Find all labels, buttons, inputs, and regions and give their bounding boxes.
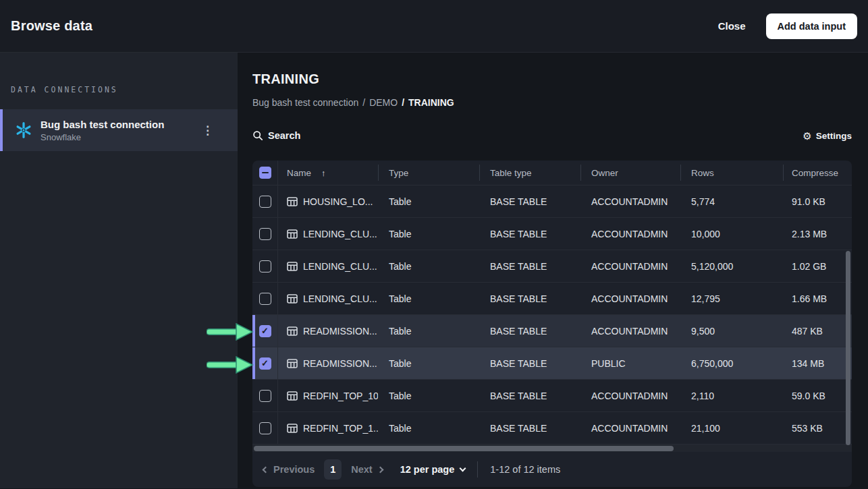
- row-checkbox[interactable]: [259, 260, 271, 272]
- row-count-cell: 21,100: [680, 412, 783, 444]
- row-checkbox[interactable]: [259, 390, 271, 402]
- table-type-cell: Table: [378, 412, 479, 444]
- column-header-type[interactable]: Type: [378, 161, 479, 185]
- table-row[interactable]: REDFIN_TOP_1... Table BASE TABLE ACCOUNT…: [252, 411, 852, 444]
- table-grid-icon: [287, 326, 298, 336]
- owner-cell: ACCOUNTADMIN: [580, 250, 680, 282]
- base-table-type-cell: BASE TABLE: [479, 412, 580, 444]
- schema-title: TRAINING: [252, 70, 852, 88]
- add-data-input-button[interactable]: Add data input: [766, 13, 858, 39]
- per-page-dropdown[interactable]: 12 per page: [400, 464, 466, 475]
- table-name: READMISSION...: [303, 358, 377, 369]
- breadcrumb-current: TRAINING: [408, 97, 454, 108]
- pagination-bar: Previous 1 Next 12 per page 1-12 of 12 i…: [252, 452, 852, 487]
- horizontal-scrollbar-thumb[interactable]: [254, 446, 674, 451]
- next-page-button[interactable]: Next: [351, 464, 382, 475]
- table-type-cell: Table: [378, 347, 479, 379]
- previous-page-button[interactable]: Previous: [263, 464, 315, 475]
- base-table-type-cell: BASE TABLE: [479, 185, 580, 217]
- table-type-cell: Table: [378, 315, 479, 347]
- owner-cell: ACCOUNTADMIN: [580, 380, 680, 411]
- row-checkbox[interactable]: [259, 357, 271, 370]
- vertical-scrollbar-thumb[interactable]: [846, 251, 850, 445]
- breadcrumb: Bug bash test connection/DEMO/TRAINING: [252, 96, 852, 109]
- sidebar-item-connection[interactable]: Bug bash test connection Snowflake ⋮: [0, 109, 238, 151]
- table-grid-icon: [287, 359, 298, 368]
- table-type-cell: Table: [378, 380, 479, 411]
- compressed-size-cell: 59.0 KB: [783, 380, 852, 411]
- owner-cell: PUBLIC: [580, 347, 680, 379]
- compressed-size-cell: 1.66 MB: [783, 283, 852, 314]
- table-row[interactable]: LENDING_CLU... Table BASE TABLE ACCOUNTA…: [252, 250, 852, 282]
- row-checkbox[interactable]: [259, 228, 271, 240]
- table-type-cell: Table: [378, 218, 479, 250]
- table-grid-icon: [287, 262, 298, 271]
- data-connections-label: DATA CONNECTIONS: [11, 85, 238, 94]
- table-name: READMISSION...: [303, 326, 377, 337]
- chevron-left-icon: [263, 466, 269, 473]
- items-count-label: 1-12 of 12 items: [490, 464, 560, 475]
- table-toolbar: Search ⚙ Settings: [252, 127, 852, 144]
- row-count-cell: 5,774: [680, 185, 783, 217]
- sort-ascending-icon: ↑: [321, 168, 326, 178]
- table-grid-icon: [287, 391, 298, 401]
- row-count-cell: 5,120,000: [680, 250, 783, 282]
- table-row[interactable]: READMISSION... Table BASE TABLE ACCOUNTA…: [252, 314, 852, 347]
- connection-type: Snowflake: [40, 132, 164, 142]
- table-row[interactable]: LENDING_CLU... Table BASE TABLE ACCOUNTA…: [252, 217, 852, 250]
- search-control[interactable]: Search: [252, 130, 300, 141]
- row-count-cell: 9,500: [680, 315, 783, 347]
- column-header-name[interactable]: Name ↑: [278, 161, 378, 185]
- row-count-cell: 10,000: [680, 218, 783, 250]
- row-checkbox[interactable]: [259, 325, 271, 337]
- owner-cell: ACCOUNTADMIN: [580, 283, 680, 314]
- snowflake-icon: [15, 121, 32, 139]
- table-row[interactable]: LENDING_CLU... Table BASE TABLE ACCOUNTA…: [252, 282, 852, 314]
- search-label: Search: [268, 130, 300, 141]
- compressed-size-cell: 134 MB: [783, 347, 852, 379]
- base-table-type-cell: BASE TABLE: [479, 347, 580, 379]
- row-checkbox[interactable]: [259, 196, 271, 208]
- column-header-rows[interactable]: Rows: [680, 161, 783, 185]
- base-table-type-cell: BASE TABLE: [479, 380, 580, 411]
- compressed-size-cell: 487 KB: [783, 315, 852, 347]
- table-header-row: Name ↑ Type Table type Owner Rows Compre…: [252, 161, 852, 185]
- row-count-cell: 2,110: [680, 380, 783, 411]
- page-number-button[interactable]: 1: [324, 459, 342, 480]
- connection-name: Bug bash test connection: [40, 119, 164, 130]
- table-grid-icon: [287, 424, 298, 433]
- compressed-size-cell: 91.0 KB: [783, 185, 852, 217]
- row-count-cell: 12,795: [680, 283, 783, 314]
- compressed-size-cell: 2.13 MB: [783, 218, 852, 250]
- breadcrumb-root[interactable]: Bug bash test connection: [252, 97, 358, 108]
- table-row[interactable]: HOUSING_LO... Table BASE TABLE ACCOUNTAD…: [252, 185, 852, 217]
- kebab-menu-icon[interactable]: ⋮: [198, 122, 217, 139]
- main-panel: TRAINING Bug bash test connection/DEMO/T…: [238, 53, 868, 488]
- pagination-divider: [477, 461, 478, 478]
- base-table-type-cell: BASE TABLE: [479, 250, 580, 282]
- owner-cell: ACCOUNTADMIN: [580, 315, 680, 347]
- row-checkbox[interactable]: [259, 422, 271, 434]
- table-type-cell: Table: [378, 185, 479, 217]
- close-button[interactable]: Close: [718, 20, 746, 32]
- table-name: LENDING_CLU...: [303, 261, 377, 272]
- settings-control[interactable]: ⚙ Settings: [803, 131, 852, 141]
- table-type-cell: Table: [378, 283, 479, 314]
- settings-label: Settings: [816, 131, 852, 141]
- column-header-table-type[interactable]: Table type: [479, 161, 580, 185]
- compressed-size-cell: 1.02 GB: [783, 250, 852, 282]
- table-name: LENDING_CLU...: [303, 293, 377, 304]
- table-grid-icon: [287, 294, 298, 304]
- breadcrumb-middle[interactable]: DEMO: [369, 97, 398, 108]
- search-icon: [252, 130, 263, 141]
- select-all-checkbox[interactable]: [259, 167, 271, 179]
- column-header-owner[interactable]: Owner: [580, 161, 680, 185]
- gear-icon: ⚙: [803, 131, 811, 141]
- table-row[interactable]: REDFIN_TOP_10 Table BASE TABLE ACCOUNTAD…: [252, 379, 852, 411]
- table-name: REDFIN_TOP_1...: [303, 423, 378, 434]
- row-checkbox[interactable]: [259, 293, 271, 305]
- top-bar: Browse data Close Add data input: [0, 0, 868, 53]
- column-header-compressed[interactable]: Compresse: [783, 161, 852, 185]
- table-grid-icon: [287, 197, 298, 206]
- table-row[interactable]: READMISSION... Table BASE TABLE PUBLIC 6…: [252, 347, 852, 379]
